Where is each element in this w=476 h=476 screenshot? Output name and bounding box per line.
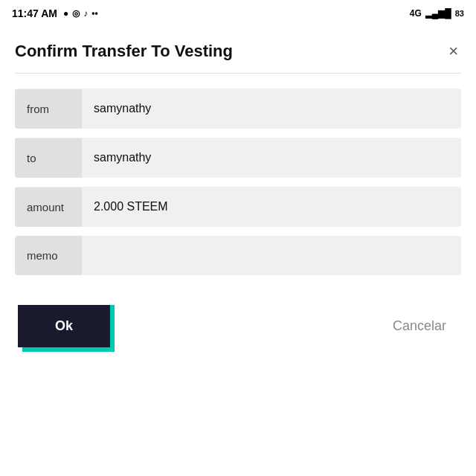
field-label-amount: amount xyxy=(15,187,82,227)
field-row-memo: memo xyxy=(15,236,461,275)
field-value-memo xyxy=(82,242,461,269)
field-label-from: from xyxy=(15,89,82,129)
cancel-button[interactable]: Cancelar xyxy=(381,311,458,341)
button-row: Ok Cancelar xyxy=(15,305,461,347)
field-label-to: to xyxy=(15,138,82,178)
confirm-dialog: Confirm Transfer To Vesting × from samyn… xyxy=(0,27,476,370)
network-type: 4G xyxy=(410,8,422,19)
status-bar: 11:47 AM ● ◎ ♪ •• 4G ▂▄▆█ 83 xyxy=(0,0,476,27)
dialog-title: Confirm Transfer To Vesting xyxy=(15,42,233,61)
status-right: 4G ▂▄▆█ 83 xyxy=(410,8,464,19)
signal-icon: ▂▄▆█ xyxy=(425,8,451,19)
field-row-from: from samynathy xyxy=(15,89,461,129)
ok-button[interactable]: Ok xyxy=(18,305,110,347)
divider xyxy=(15,73,461,74)
tiktok-icon: ♪ xyxy=(83,8,88,19)
form-fields: from samynathy to samynathy amount 2.000… xyxy=(15,89,461,275)
field-row-amount: amount 2.000 STEEM xyxy=(15,187,461,227)
dialog-header: Confirm Transfer To Vesting × xyxy=(15,42,461,61)
dots-icon: •• xyxy=(91,8,97,19)
ok-button-wrapper: Ok xyxy=(18,305,110,347)
sim-icon: ● xyxy=(63,8,68,19)
status-time: 11:47 AM xyxy=(12,7,57,19)
field-value-from: samynathy xyxy=(82,89,461,129)
battery-level: 83 xyxy=(455,9,464,18)
battery-indicator: 83 xyxy=(455,9,464,18)
field-value-amount: 2.000 STEEM xyxy=(82,187,461,227)
hotspot-icon: ◎ xyxy=(72,8,80,19)
field-label-memo: memo xyxy=(15,236,82,275)
field-value-to: samynathy xyxy=(82,138,461,178)
status-left: 11:47 AM ● ◎ ♪ •• xyxy=(12,7,98,19)
status-icons: ● ◎ ♪ •• xyxy=(63,8,98,19)
field-row-to: to samynathy xyxy=(15,138,461,178)
close-button[interactable]: × xyxy=(446,43,461,60)
